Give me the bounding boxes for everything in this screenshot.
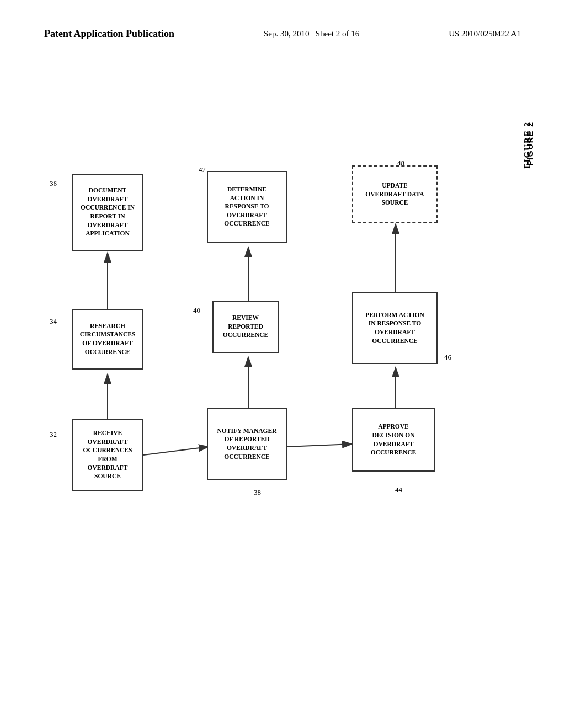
label-36: 36 [50, 179, 57, 188]
label-46: 46 [444, 353, 451, 362]
label-32: 32 [50, 430, 57, 439]
patent-number: US 2010/0250422 A1 [449, 28, 521, 40]
diagram-area: RECEIVE OVERDRAFT OCCURRENCES FROM OVERD… [44, 88, 532, 673]
svg-line-3 [143, 447, 209, 455]
label-44: 44 [395, 485, 402, 494]
box-34: RESEARCH CIRCUMSTANCES OF OVERDRAFT OCCU… [72, 309, 143, 370]
label-38: 38 [254, 488, 261, 497]
label-40: 40 [193, 306, 200, 315]
box-48: UPDATE OVERDRAFT DATA SOURCE [352, 165, 438, 223]
header-center: Sep. 30, 2010 Sheet 2 of 16 [264, 28, 359, 40]
box-32: RECEIVE OVERDRAFT OCCURRENCES FROM OVERD… [72, 419, 143, 491]
page: Patent Application Publication Sep. 30, … [0, 0, 565, 728]
publication-title: Patent Application Publication [44, 28, 174, 40]
figure-2-label: FIGURE 2 [526, 121, 535, 166]
label-48: 48 [397, 159, 404, 168]
label-42: 42 [199, 165, 206, 174]
box-40: REVIEW REPORTED OCCURRENCE [212, 301, 279, 353]
box-44: APPROVE DECISION ON OVERDRAFT OCCURRENCE [352, 408, 435, 472]
box-38: NOTIFY MANAGER OF REPORTED OVERDRAFT OCC… [207, 408, 287, 480]
header: Patent Application Publication Sep. 30, … [44, 28, 521, 40]
box-36: DOCUMENT OVERDRAFT OCCURRENCE IN REPORT … [72, 174, 143, 251]
svg-line-6 [287, 444, 352, 447]
box-42: DETERMINE ACTION IN RESPONSE TO OVERDRAF… [207, 171, 287, 243]
label-34: 34 [50, 317, 57, 326]
box-46: PERFORM ACTION IN RESPONSE TO OVERDRAFT … [352, 292, 438, 364]
